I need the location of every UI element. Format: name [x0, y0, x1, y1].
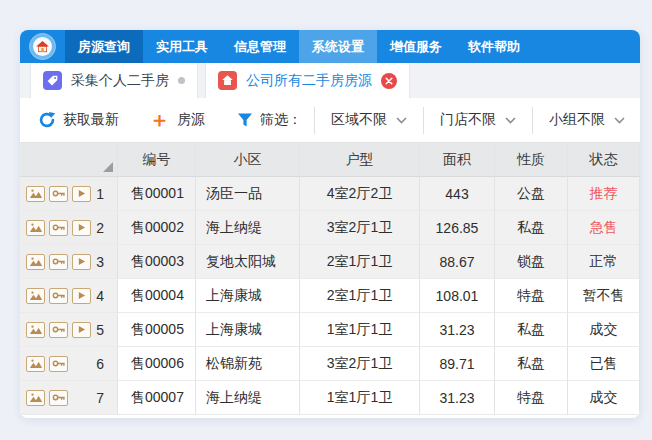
chevron-down-icon	[614, 117, 625, 124]
status-text: 暂不售	[583, 287, 625, 305]
column-header-community[interactable]: 小区	[196, 143, 300, 177]
cell-layout: 1室1厅1卫	[300, 381, 420, 415]
video-play-icon[interactable]	[72, 220, 91, 236]
key-icon[interactable]	[49, 322, 68, 338]
photo-icon[interactable]	[26, 220, 45, 236]
cell-community: 海上纳缇	[196, 211, 300, 245]
filter-label: 筛选：	[260, 111, 302, 129]
chevron-down-icon	[505, 117, 516, 124]
cell-community: 上海康城	[196, 313, 300, 347]
video-play-icon[interactable]	[72, 288, 91, 304]
menu-item-software-help[interactable]: 软件帮助	[455, 30, 533, 63]
cell-status: 成交	[568, 381, 640, 415]
store-filter-dropdown[interactable]: 门店不限	[436, 111, 520, 129]
table-row[interactable]: 2 售00002 海上纳缇 3室2厅1卫 126.85 私盘 急售	[20, 211, 640, 245]
photo-icon[interactable]	[26, 322, 45, 338]
app-window: 房源查询 实用工具 信息管理 系统设置 增值服务 软件帮助 采集个人二手房	[20, 30, 640, 418]
key-icon[interactable]	[49, 254, 68, 270]
cell-area: 126.85	[420, 211, 495, 245]
store-filter-value: 门店不限	[440, 111, 496, 129]
cell-nature: 特盘	[495, 279, 568, 313]
cell-layout: 4室2厅2卫	[300, 177, 420, 211]
menu-item-value-services[interactable]: 增值服务	[377, 30, 455, 63]
cell-area: 108.01	[420, 279, 495, 313]
column-header-code[interactable]: 编号	[118, 143, 196, 177]
table-row[interactable]: 5 售00005 上海康城 1室1厅1卫 31.23 私盘 成交	[20, 313, 640, 347]
photo-icon[interactable]	[26, 288, 45, 304]
row-header-cell: 7	[20, 381, 118, 415]
cell-layout: 3室2厅1卫	[300, 211, 420, 245]
select-all-corner[interactable]	[20, 143, 118, 177]
photo-icon[interactable]	[26, 356, 45, 372]
cell-code: 售00001	[118, 177, 196, 211]
tab-label: 公司所有二手房房源	[246, 72, 372, 90]
photo-icon[interactable]	[26, 186, 45, 202]
table-row[interactable]: 3 售00003 复地太阳城 2室1厅1卫 88.67 锁盘 正常	[20, 245, 640, 279]
add-listing-button[interactable]: ＋ 房源	[149, 111, 205, 130]
listings-table: 编号 小区 户型 面积 性质 状态 1 售00001 汤臣一品 4室2厅2卫 4…	[20, 143, 640, 418]
cell-area: 88.67	[420, 245, 495, 279]
cell-community: 汤臣一品	[196, 177, 300, 211]
group-filter-dropdown[interactable]: 小组不限	[545, 111, 629, 129]
key-icon[interactable]	[49, 220, 68, 236]
cell-status: 急售	[568, 211, 640, 245]
region-filter-dropdown[interactable]: 区域不限	[327, 111, 411, 129]
row-header-cell: 2	[20, 211, 118, 245]
column-header-status[interactable]: 状态	[568, 143, 640, 177]
cell-area: 31.23	[420, 381, 495, 415]
refresh-icon	[38, 111, 56, 129]
row-number: 6	[96, 356, 117, 372]
cell-layout: 1室1厅1卫	[300, 313, 420, 347]
cell-code: 售00004	[118, 279, 196, 313]
column-header-layout[interactable]: 户型	[300, 143, 420, 177]
table-row[interactable]: 1 售00001 汤臣一品 4室2厅2卫 443 公盘 推荐	[20, 177, 640, 211]
video-play-icon[interactable]	[72, 322, 91, 338]
cell-community: 松锦新苑	[196, 347, 300, 381]
menu-item-listing-query[interactable]: 房源查询	[65, 30, 143, 63]
table-row[interactable]: 6 售00006 松锦新苑 3室2厅1卫 89.71 私盘 已售	[20, 347, 640, 381]
cell-layout: 3室2厅1卫	[300, 347, 420, 381]
menu-item-system-settings[interactable]: 系统设置	[299, 30, 377, 63]
key-icon[interactable]	[49, 186, 68, 202]
status-text: 推荐	[590, 185, 618, 203]
photo-icon[interactable]	[26, 254, 45, 270]
cell-nature: 私盘	[495, 347, 568, 381]
tab-collect-personal-listings[interactable]: 采集个人二手房	[30, 63, 198, 98]
column-header-area[interactable]: 面积	[420, 143, 495, 177]
cell-code: 售00005	[118, 313, 196, 347]
status-text: 已售	[590, 355, 618, 373]
table-row[interactable]: 4 售00004 上海康城 2室1厅1卫 108.01 特盘 暂不售	[20, 279, 640, 313]
cell-area: 443	[420, 177, 495, 211]
key-icon[interactable]	[49, 390, 68, 406]
cell-layout: 2室1厅1卫	[300, 245, 420, 279]
key-icon[interactable]	[49, 288, 68, 304]
home-logo-button[interactable]	[29, 33, 56, 60]
refresh-label: 获取最新	[63, 111, 119, 129]
tab-company-listings[interactable]: 公司所有二手房房源	[205, 63, 410, 98]
cell-area: 89.71	[420, 347, 495, 381]
menu-item-info-management[interactable]: 信息管理	[221, 30, 299, 63]
row-header-cell: 6	[20, 347, 118, 381]
cell-status: 暂不售	[568, 279, 640, 313]
cell-code: 售00003	[118, 245, 196, 279]
cell-status: 已售	[568, 347, 640, 381]
close-tab-icon[interactable]	[381, 73, 397, 89]
refresh-button[interactable]: 获取最新	[38, 111, 119, 129]
video-play-icon[interactable]	[72, 186, 91, 202]
group-filter-value: 小组不限	[549, 111, 605, 129]
filter-button[interactable]: 筛选：	[237, 111, 302, 129]
column-header-nature[interactable]: 性质	[495, 143, 568, 177]
video-play-icon[interactable]	[72, 254, 91, 270]
row-number: 7	[96, 390, 117, 406]
home-tab-icon	[218, 71, 237, 90]
table-row[interactable]: 7 售00007 海上纳缇 1室1厅1卫 31.23 特盘 成交	[20, 381, 640, 415]
tag-icon	[43, 71, 62, 90]
key-icon[interactable]	[49, 356, 68, 372]
menu-item-utilities[interactable]: 实用工具	[143, 30, 221, 63]
toolbar-separator	[314, 107, 315, 134]
menu-bar: 房源查询 实用工具 信息管理 系统设置 增值服务 软件帮助	[20, 30, 640, 63]
row-number: 3	[96, 254, 117, 270]
cell-nature: 私盘	[495, 211, 568, 245]
photo-icon[interactable]	[26, 390, 45, 406]
region-filter-value: 区域不限	[331, 111, 387, 129]
